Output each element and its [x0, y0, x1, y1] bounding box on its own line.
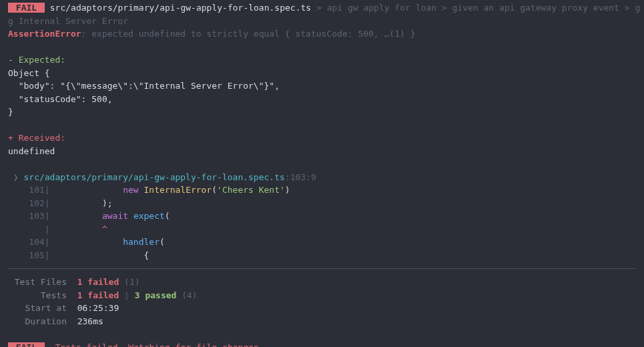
stack-frame: ❯ src/adaptors/primary/api-gw-apply-for-… — [0, 171, 644, 184]
code-line-102: 102| ); — [0, 197, 644, 210]
diff-line: "statusCode": 500, — [0, 93, 644, 106]
code-line-104: 104| handler( — [0, 236, 644, 249]
watching-text: Tests failed. Watching for file changes.… — [55, 342, 275, 347]
code-line-103: 103| await expect( — [0, 210, 644, 223]
received-header: + Received: — [0, 131, 644, 145]
summary-duration: Duration 236ms — [0, 315, 644, 328]
suite-name-3: g Internal Server Error — [0, 15, 644, 28]
expected-header: - Expected: — [0, 53, 644, 67]
blank-line — [0, 157, 644, 171]
divider — [8, 268, 636, 269]
assertion-label: AssertionError — [8, 29, 81, 39]
summary-tests: Tests 1 failed | 3 passed (4) — [0, 289, 644, 302]
blank-line — [0, 41, 644, 54]
summary-test-files: Test Files 1 failed (1) — [0, 276, 644, 289]
code-line-101: 101| new InternalError('Cheers Kent') — [0, 184, 644, 197]
test-file-path: src/adaptors/primary/api-gw-apply-for-lo… — [50, 3, 311, 13]
stack-loc: :103:9 — [285, 172, 316, 182]
diff-line: } — [0, 105, 644, 119]
suite-name-1: api gw apply for loan — [327, 3, 436, 13]
fail-header-line: FAIL src/adaptors/primary/api-gw-apply-f… — [0, 1, 644, 15]
blank-line — [0, 119, 644, 132]
code-caret-line: | ^ — [0, 223, 644, 236]
diff-line: "body": "{\"message\":\"Internal Server … — [0, 79, 644, 93]
assertion-message: : expected undefined to strictly equal {… — [81, 29, 416, 39]
assertion-error-line: AssertionError: expected undefined to st… — [0, 27, 644, 41]
footer-status: FAIL Tests failed. Watching for file cha… — [0, 341, 644, 347]
stack-pointer-icon: ❯ — [13, 172, 19, 182]
fail-badge: FAIL — [8, 3, 45, 13]
summary-start: Start at 06:25:39 — [0, 302, 644, 315]
stack-file: src/adaptors/primary/api-gw-apply-for-lo… — [23, 172, 284, 182]
diff-line: Object { — [0, 67, 644, 80]
suite-name-2: given an api gateway proxy event — [452, 3, 619, 13]
received-value: undefined — [0, 145, 644, 158]
fail-badge: FAIL — [8, 342, 45, 347]
code-line-105: 105| { — [0, 249, 644, 262]
